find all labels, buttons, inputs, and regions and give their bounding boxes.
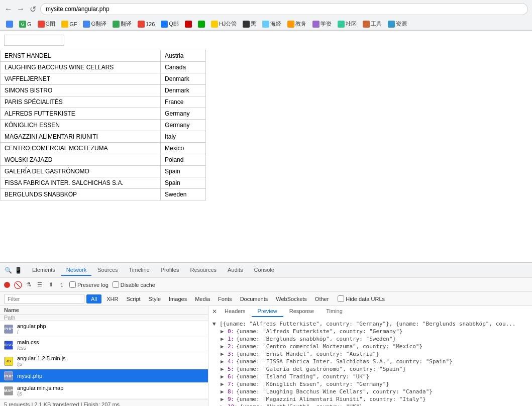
table-row: LAUGHING BACCHUS WINE CELLARSCanada bbox=[1, 62, 206, 73]
file-type-icon: MAP bbox=[4, 386, 13, 395]
bookmark-qmail[interactable]: Q邮 bbox=[159, 19, 181, 29]
bookmark-gf[interactable]: GF bbox=[59, 20, 79, 29]
hide-data-urls-checkbox[interactable] bbox=[338, 295, 344, 302]
record-button[interactable] bbox=[4, 282, 10, 288]
file-item-main-css[interactable]: CSSmain.css/css bbox=[0, 337, 208, 353]
json-root-line[interactable]: ▼ [{uname: "Alfreds Futterkiste", countr… bbox=[212, 320, 528, 328]
json-item[interactable]: ▶ 9: {uname: "Magazzini Alimentari Riuni… bbox=[221, 395, 528, 403]
bookmark-xuezi[interactable]: 学资 bbox=[310, 19, 334, 29]
json-item[interactable]: ▶ 3: {uname: "Ernst Handel", country: "A… bbox=[221, 350, 528, 358]
bookmark-haijing[interactable]: 海经 bbox=[260, 19, 283, 29]
inspect-icon[interactable]: 🔍 bbox=[4, 266, 12, 274]
json-item-toggle[interactable]: ▶ bbox=[221, 328, 226, 335]
json-item-toggle[interactable]: ▶ bbox=[221, 336, 226, 342]
tab-console[interactable]: Console bbox=[249, 265, 279, 276]
bookmark-g1[interactable]: G G bbox=[17, 20, 34, 29]
filter-websockets[interactable]: WebSockets bbox=[273, 295, 310, 303]
filter-documents[interactable]: Documents bbox=[237, 295, 271, 303]
list-icon[interactable]: ☰ bbox=[36, 281, 43, 288]
bookmark-shequ[interactable]: 社区 bbox=[336, 19, 359, 29]
json-item[interactable]: ▶ 5: {uname: "Galería del gastrónomo", c… bbox=[221, 365, 528, 373]
json-item-toggle[interactable]: ▶ bbox=[221, 358, 226, 365]
bookmark-icon2[interactable] bbox=[196, 20, 207, 29]
filter-media[interactable]: Media bbox=[192, 295, 213, 303]
detail-tab-timing[interactable]: Timing bbox=[320, 306, 349, 317]
tab-sources[interactable]: Sources bbox=[92, 265, 123, 276]
bookmark-gtranslate[interactable]: G翻译 bbox=[81, 19, 109, 29]
page-content: ERNST HANDELAustriaLAUGHING BACCHUS WINE… bbox=[0, 31, 532, 262]
json-item[interactable]: ▶ 0: {uname: "Alfreds Futterkiste", coun… bbox=[221, 328, 528, 335]
file-item-angular-1-2-5-min-js[interactable]: JSangular-1.2.5.min.js/js bbox=[0, 353, 208, 369]
clear-icon[interactable]: 🚫 bbox=[14, 281, 21, 288]
file-type-icon: JS bbox=[4, 357, 13, 366]
bookmark-126[interactable]: 126 bbox=[136, 20, 157, 29]
refresh-button[interactable]: ↺ bbox=[28, 5, 37, 14]
filter-input[interactable] bbox=[4, 294, 84, 304]
bookmark-tools[interactable]: 工具 bbox=[361, 19, 384, 29]
bookmark-icon1[interactable] bbox=[183, 20, 194, 29]
filter-script[interactable]: Script bbox=[123, 295, 143, 303]
tab-profiles[interactable]: Profiles bbox=[156, 265, 184, 276]
disable-cache-checkbox[interactable] bbox=[113, 281, 119, 288]
bookmark-images[interactable] bbox=[4, 20, 15, 29]
json-item[interactable]: ▶ 2: {uname: "Centro comercial Moctezuma… bbox=[221, 343, 528, 350]
json-item[interactable]: ▶ 4: {uname: "FISSA Fabrica Inter. Salch… bbox=[221, 358, 528, 365]
json-item[interactable]: ▶ 6: {uname: "Island Trading", country: … bbox=[221, 373, 528, 380]
json-item-toggle[interactable]: ▶ bbox=[221, 403, 226, 406]
tab-elements[interactable]: Elements bbox=[27, 265, 60, 276]
json-item-toggle[interactable]: ▶ bbox=[221, 351, 226, 357]
hide-data-urls-label[interactable]: Hide data URLs bbox=[338, 295, 385, 302]
json-item-toggle[interactable]: ▶ bbox=[221, 373, 226, 380]
tab-timeline[interactable]: Timeline bbox=[124, 265, 155, 276]
filter-style[interactable]: Style bbox=[146, 295, 164, 303]
filter-other[interactable]: Other bbox=[312, 295, 332, 303]
detail-tab-headers[interactable]: Headers bbox=[219, 306, 252, 317]
forward-button[interactable]: → bbox=[16, 5, 25, 14]
json-item-toggle[interactable]: ▶ bbox=[221, 343, 226, 350]
bookmark-black[interactable]: 黑 bbox=[241, 19, 258, 29]
table-row: SIMONS BISTRODenmark bbox=[1, 85, 206, 96]
filter-images[interactable]: Images bbox=[166, 295, 190, 303]
json-root-toggle[interactable]: ▼ bbox=[212, 321, 218, 327]
json-item-index: 4: bbox=[228, 358, 234, 365]
file-item-angular-min-js-map[interactable]: MAPangular.min.js.map/js bbox=[0, 383, 208, 399]
cell-name: MAGAZZINI ALIMENTARI RIUNITI bbox=[1, 131, 161, 143]
json-item[interactable]: ▶ 8: {uname: "Laughing Bacchus Wine Cell… bbox=[221, 388, 528, 395]
file-item-mysql-php[interactable]: PHPmysql.php bbox=[0, 369, 208, 383]
file-item-angular-php[interactable]: PHPangular.php/ bbox=[0, 321, 208, 337]
preserve-log-checkbox[interactable] bbox=[69, 281, 76, 288]
json-item-toggle[interactable]: ▶ bbox=[221, 366, 226, 372]
file-path: / bbox=[17, 329, 46, 335]
disable-cache-label[interactable]: Disable cache bbox=[113, 281, 155, 288]
close-detail-button[interactable]: ✕ bbox=[210, 308, 219, 316]
filter-icon[interactable]: ⚗ bbox=[25, 281, 32, 288]
address-bar[interactable] bbox=[40, 3, 528, 15]
preserve-log-label[interactable]: Preserve log bbox=[69, 281, 109, 288]
import-icon[interactable]: ⤵ bbox=[58, 281, 65, 288]
detail-tab-response[interactable]: Response bbox=[283, 306, 321, 317]
bookmark-jiaowu[interactable]: 教务 bbox=[285, 19, 308, 29]
filter-all[interactable]: All bbox=[86, 294, 101, 303]
json-item-toggle[interactable]: ▶ bbox=[221, 396, 226, 402]
detail-tab-preview[interactable]: Preview bbox=[252, 306, 283, 317]
bookmark-translate[interactable]: 翻译 bbox=[111, 19, 134, 29]
export-icon[interactable]: ⬆ bbox=[47, 281, 54, 288]
json-item[interactable]: ▶ 7: {uname: "Königlich Essen", country:… bbox=[221, 380, 528, 388]
bookmark-gmap[interactable]: G图 bbox=[36, 19, 58, 29]
table-row: ALFREDS FUTTERKISTEGermany bbox=[1, 108, 206, 120]
filter-fonts[interactable]: Fonts bbox=[215, 295, 235, 303]
back-button[interactable]: ← bbox=[4, 5, 13, 14]
filter-xhr[interactable]: XHR bbox=[103, 295, 121, 303]
json-item-toggle[interactable]: ▶ bbox=[221, 381, 226, 387]
json-item[interactable]: ▶ 1: {uname: "Berglunds snabbköp", count… bbox=[221, 335, 528, 343]
json-item-toggle[interactable]: ▶ bbox=[221, 388, 226, 395]
bookmark-hjguan[interactable]: HJ公管 bbox=[209, 19, 239, 29]
tab-audits[interactable]: Audits bbox=[223, 265, 248, 276]
json-root-value: [{uname: "Alfreds Futterkiste", country:… bbox=[220, 321, 515, 327]
tab-resources[interactable]: Resources bbox=[185, 265, 222, 276]
device-icon[interactable]: 📱 bbox=[14, 266, 22, 274]
search-input[interactable] bbox=[4, 35, 64, 46]
tab-network[interactable]: Network bbox=[61, 265, 91, 276]
bookmark-resources[interactable]: 资源 bbox=[386, 19, 409, 29]
json-item[interactable]: ▶ 10: {uname: "North/South", country: "U… bbox=[221, 403, 528, 406]
